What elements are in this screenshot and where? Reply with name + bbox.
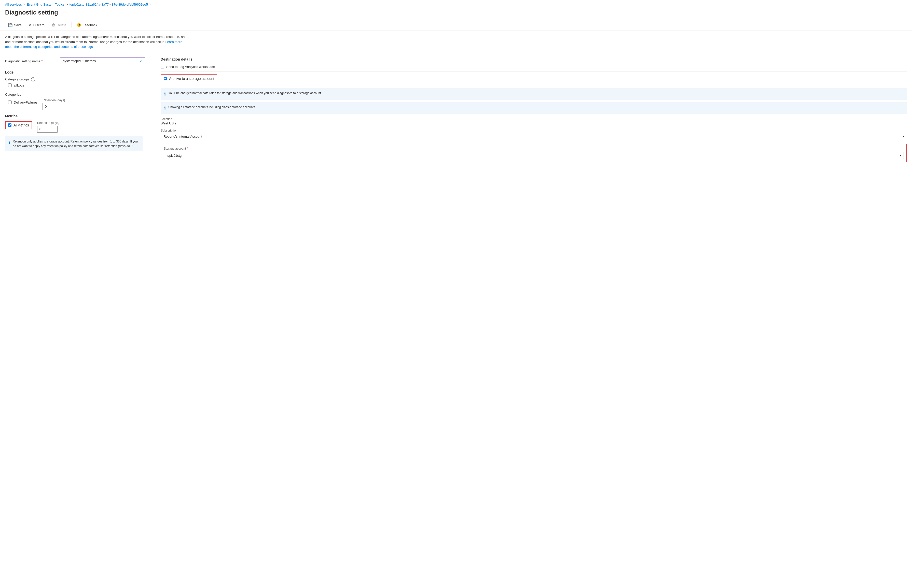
diagnostic-name-field[interactable] xyxy=(63,59,137,63)
location-section: Location West US 2 xyxy=(160,117,907,125)
storage-account-required: * xyxy=(187,147,188,150)
delivery-failures-checkbox[interactable] xyxy=(8,100,12,104)
right-panel: Destination details Send to Log Analytic… xyxy=(153,57,907,162)
diagnostic-name-input-container: ✓ xyxy=(60,57,145,65)
classic-storage-text: Showing all storage accounts including c… xyxy=(168,105,255,110)
location-value: West US 2 xyxy=(160,121,907,125)
delivery-failures-label: DeliveryFailures xyxy=(14,100,37,104)
storage-account-label: Storage account * xyxy=(164,147,904,150)
destination-title: Destination details xyxy=(160,57,907,61)
delivery-failures-checkbox-row: DeliveryFailures xyxy=(8,99,37,104)
feedback-button[interactable]: 🙂 Feedback xyxy=(74,21,100,29)
breadcrumb-sep2: > xyxy=(66,3,68,6)
alllogs-checkbox-row: allLogs xyxy=(8,84,145,87)
breadcrumb-sep3: > xyxy=(149,3,151,6)
check-icon: ✓ xyxy=(139,59,143,63)
retention-info-box: ℹ Retention only applies to storage acco… xyxy=(5,136,143,151)
breadcrumb: All services > Event Grid System Topics … xyxy=(0,0,912,8)
description-text: A diagnostic setting specifies a list of… xyxy=(5,35,186,44)
breadcrumb-all-services[interactable]: All services xyxy=(5,3,22,6)
classic-storage-info: ℹ Showing all storage accounts including… xyxy=(160,102,907,114)
logs-section-title: Logs xyxy=(5,70,145,74)
delivery-retention-container: Retention (days) xyxy=(42,99,145,110)
storage-account-section: Storage account * topic01stg ▾ xyxy=(160,144,907,162)
retention-info-text: Retention only applies to storage accoun… xyxy=(13,139,139,148)
delete-button[interactable]: 🗑 Delete xyxy=(49,21,70,29)
metrics-section-title: Metrics xyxy=(5,114,145,118)
main-content: Diagnostic setting name * ✓ Logs Categor… xyxy=(0,53,912,166)
subscription-section: Subscription Roberto's Internal Account … xyxy=(160,129,907,140)
category-groups-info[interactable]: i xyxy=(31,78,35,81)
metrics-retention-input-wrap xyxy=(37,126,58,132)
delivery-retention-label: Retention (days) xyxy=(42,99,145,102)
info-icon: ℹ xyxy=(9,139,10,145)
breadcrumb-event-grid[interactable]: Event Grid System Topics xyxy=(27,3,65,6)
allmetrics-label: AllMetrics xyxy=(13,123,29,127)
discard-button[interactable]: ✕ Discard xyxy=(26,21,48,29)
allmetrics-highlighted: AllMetrics xyxy=(5,121,32,129)
subscription-select[interactable]: Roberto's Internal Account xyxy=(160,133,907,140)
feedback-icon: 🙂 xyxy=(77,23,81,27)
location-label: Location xyxy=(160,117,907,121)
log-analytics-label: Send to Log Analytics workspace xyxy=(166,65,215,69)
logs-divider xyxy=(5,90,145,90)
archive-highlighted-row: Archive to a storage account xyxy=(160,74,217,83)
diagnostic-name-label: Diagnostic setting name * xyxy=(5,59,56,63)
subscription-label: Subscription xyxy=(160,129,907,132)
storage-account-select[interactable]: topic01stg xyxy=(164,152,904,159)
allmetrics-row: AllMetrics Retention (days) xyxy=(5,121,145,132)
metrics-retention-input[interactable] xyxy=(37,126,58,132)
alllogs-checkbox[interactable] xyxy=(8,84,12,87)
log-analytics-checkbox[interactable] xyxy=(160,65,164,68)
breadcrumb-topic[interactable]: topic01stg-811a624a-8a77-437e-89de-dfeb5… xyxy=(69,3,148,6)
category-groups-label: Category groups i xyxy=(5,78,145,81)
feedback-label: Feedback xyxy=(83,23,97,27)
save-icon: 💾 xyxy=(8,23,13,27)
storage-account-select-container: topic01stg ▾ xyxy=(164,152,904,159)
storage-charges-info: ℹ You'll be charged normal data rates fo… xyxy=(160,88,907,100)
delivery-failures-row: DeliveryFailures Retention (days) xyxy=(8,99,145,110)
description: A diagnostic setting specifies a list of… xyxy=(0,31,193,53)
page-title: Diagnostic setting xyxy=(5,9,58,16)
diagnostic-name-required: * xyxy=(41,59,42,63)
page-title-container: Diagnostic setting ··· xyxy=(0,8,912,19)
discard-icon: ✕ xyxy=(29,23,32,27)
ellipsis-menu[interactable]: ··· xyxy=(61,10,67,16)
metrics-retention-label: Retention (days) xyxy=(37,121,145,125)
log-analytics-row: Send to Log Analytics workspace xyxy=(160,65,907,69)
delete-label: Delete xyxy=(57,23,66,27)
info-icon-classic: ℹ xyxy=(164,105,166,111)
delete-icon: 🗑 xyxy=(52,23,55,27)
save-button[interactable]: 💾 Save xyxy=(5,21,25,29)
allmetrics-checkbox[interactable] xyxy=(8,123,11,127)
save-label: Save xyxy=(14,23,22,27)
categories-label: Categories xyxy=(5,93,145,97)
delivery-retention-input[interactable] xyxy=(42,103,63,110)
archive-label: Archive to a storage account xyxy=(169,77,214,81)
left-panel: Diagnostic setting name * ✓ Logs Categor… xyxy=(5,57,153,162)
metrics-retention-container: Retention (days) xyxy=(37,121,145,132)
info-icon-charges: ℹ xyxy=(164,91,166,97)
metrics-section: Metrics AllMetrics Retention (days) ℹ Re… xyxy=(5,114,145,151)
subscription-select-container: Roberto's Internal Account ▾ xyxy=(160,133,907,140)
discard-label: Discard xyxy=(33,23,45,27)
alllogs-label: allLogs xyxy=(14,84,24,87)
storage-charges-text: You'll be charged normal data rates for … xyxy=(168,91,322,95)
diagnostic-name-row: Diagnostic setting name * ✓ xyxy=(5,57,145,65)
breadcrumb-sep1: > xyxy=(23,3,25,6)
toolbar: 💾 Save ✕ Discard 🗑 Delete 🙂 Feedback xyxy=(0,19,912,31)
archive-checkbox[interactable] xyxy=(164,77,167,80)
delivery-retention-input-wrap xyxy=(42,103,63,110)
